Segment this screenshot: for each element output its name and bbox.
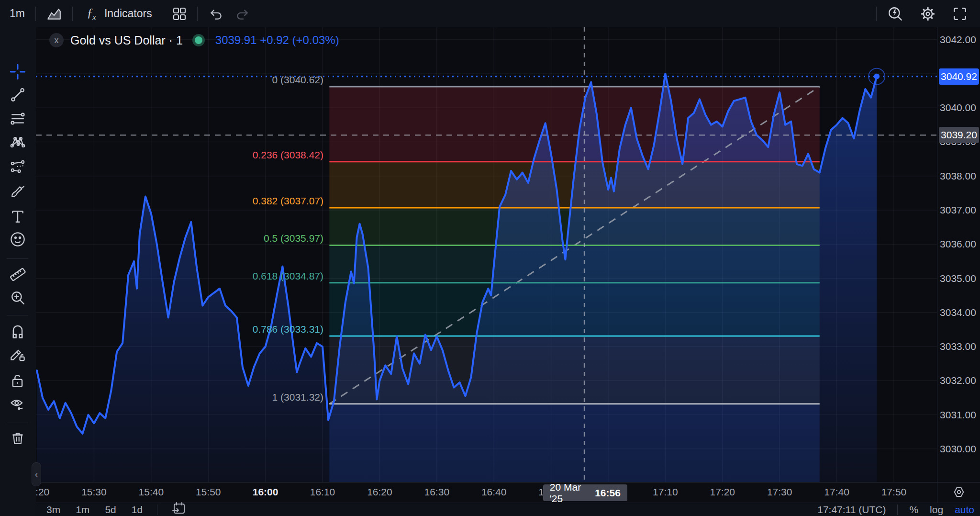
price-tick: 3038.00 bbox=[937, 170, 979, 182]
magnet-button[interactable] bbox=[0, 321, 35, 344]
chart-pane[interactable]: 0 (3040.62)0.236 (3038.42)0.382 (3037.07… bbox=[36, 27, 937, 482]
close-icon[interactable]: x bbox=[49, 33, 64, 47]
clock-label[interactable]: 17:47:11 (UTC) bbox=[817, 503, 886, 516]
divider bbox=[7, 258, 28, 259]
zoom-in-icon bbox=[10, 290, 25, 307]
time-axis[interactable]: 15:2015:3015:4015:5016:0016:1016:2016:30… bbox=[36, 482, 937, 503]
object-tree-button[interactable] bbox=[0, 514, 35, 516]
trading-chart-app: 1m ƒ x Indicators bbox=[0, 0, 980, 516]
last-point-dot bbox=[874, 74, 880, 79]
pattern-tool-button[interactable] bbox=[0, 132, 35, 155]
symbol-legend: x Gold vs US Dollar · 1 3039.91 +0.92 (+… bbox=[49, 33, 339, 47]
time-tick: 16:30 bbox=[413, 486, 461, 498]
log-scale-button[interactable]: log bbox=[930, 503, 943, 516]
lock-all-drawings-button[interactable] bbox=[0, 370, 35, 393]
market-status-icon[interactable] bbox=[192, 34, 205, 46]
divider bbox=[897, 505, 898, 515]
svg-text:x: x bbox=[92, 12, 96, 21]
time-tick: 16:00 bbox=[242, 486, 290, 498]
time-tick: 17:20 bbox=[699, 486, 746, 498]
quick-search-button[interactable] bbox=[881, 4, 909, 23]
fullscreen-button[interactable] bbox=[947, 4, 973, 23]
bottom-bar: 3m1m5d1d 17:47:11 (UTC) % log auto bbox=[36, 503, 980, 516]
price-axis[interactable]: 3042.003040.003039.003038.003037.003036.… bbox=[937, 27, 980, 482]
undo-button[interactable] bbox=[202, 4, 229, 23]
indicators-label: Indicators bbox=[104, 7, 152, 20]
chart-style-button[interactable] bbox=[41, 4, 67, 23]
xabcd-pattern-icon bbox=[10, 135, 25, 152]
ruler-icon bbox=[10, 266, 26, 284]
time-tick: 17:40 bbox=[813, 486, 861, 498]
zoom-in-tool-button[interactable] bbox=[0, 287, 35, 310]
fib-retracement-tool-button[interactable] bbox=[0, 108, 35, 131]
range-button-1m[interactable]: 1m bbox=[76, 503, 89, 516]
price-tick: 3035.00 bbox=[937, 273, 979, 284]
time-tick: 17:10 bbox=[641, 486, 689, 498]
time-tick: 15:20 bbox=[36, 486, 61, 498]
trash-icon bbox=[10, 430, 25, 448]
time-tick: 15:40 bbox=[127, 486, 175, 498]
fullscreen-icon bbox=[952, 6, 968, 22]
undo-icon bbox=[208, 6, 223, 22]
divider bbox=[72, 7, 73, 21]
divider bbox=[7, 315, 28, 315]
divider bbox=[35, 7, 36, 21]
brush-tool-button[interactable] bbox=[0, 181, 35, 204]
crosshair-time: 16:56 bbox=[595, 487, 621, 499]
time-tick: 17:30 bbox=[756, 486, 803, 498]
calendar-icon bbox=[172, 501, 186, 516]
symbol-title[interactable]: Gold vs US Dollar · 1 bbox=[70, 34, 183, 47]
projection-tool-button[interactable] bbox=[0, 156, 35, 179]
eye-icon bbox=[9, 396, 26, 415]
hexagon-settings-icon[interactable] bbox=[952, 485, 966, 501]
percent-scale-button[interactable]: % bbox=[909, 503, 918, 516]
time-tick: 16:40 bbox=[470, 486, 518, 498]
brush-icon bbox=[10, 184, 25, 201]
layout-button[interactable] bbox=[167, 4, 192, 23]
auto-scale-button[interactable]: auto bbox=[955, 503, 974, 516]
collapse-toolbar-tab[interactable]: ‹ bbox=[32, 462, 41, 486]
remove-drawings-button[interactable] bbox=[0, 427, 35, 450]
emoji-icon bbox=[10, 231, 26, 249]
range-button-5d[interactable]: 5d bbox=[105, 503, 116, 516]
redo-icon bbox=[235, 6, 250, 22]
redo-button[interactable] bbox=[229, 4, 256, 23]
go-to-date-button[interactable] bbox=[172, 501, 186, 516]
time-tick: 15:30 bbox=[70, 486, 118, 498]
gear-icon bbox=[920, 6, 936, 22]
measure-tool-button[interactable] bbox=[0, 264, 35, 287]
range-button-3m[interactable]: 3m bbox=[46, 503, 60, 516]
time-tick: 16:10 bbox=[299, 486, 346, 498]
indicators-button[interactable]: ƒ x Indicators bbox=[78, 4, 158, 23]
interval-button[interactable]: 1m bbox=[4, 4, 31, 23]
crosshair-price-badge: 3039.20 bbox=[939, 127, 979, 143]
price-tick: 3033.00 bbox=[937, 341, 979, 352]
last-price-badge: 3040.92 bbox=[939, 68, 979, 85]
flash-search-icon bbox=[887, 6, 903, 22]
range-button-1d[interactable]: 1d bbox=[132, 503, 143, 516]
hide-drawings-button[interactable] bbox=[0, 394, 35, 417]
time-tick: 17:50 bbox=[870, 486, 918, 498]
text-icon bbox=[10, 209, 25, 226]
drawing-toolbar bbox=[0, 27, 37, 516]
fx-icon: ƒ x bbox=[83, 6, 99, 22]
crosshair-tool-button[interactable] bbox=[0, 61, 35, 84]
time-tick: 16:20 bbox=[356, 486, 403, 498]
divider bbox=[7, 423, 28, 423]
settings-button[interactable] bbox=[914, 4, 942, 23]
layout-grid-icon bbox=[172, 7, 187, 21]
unlock-icon bbox=[10, 372, 26, 391]
drawing-mode-lock-button[interactable] bbox=[0, 344, 35, 367]
trend-line-tool-button[interactable] bbox=[0, 84, 35, 107]
time-tick: 15:50 bbox=[184, 486, 232, 498]
divider bbox=[876, 7, 877, 21]
crosshair-icon bbox=[10, 64, 26, 82]
crosshair-time-badge: 20 Mar '25 16:56 bbox=[543, 484, 627, 501]
magnet-icon bbox=[10, 323, 26, 341]
text-tool-button[interactable] bbox=[0, 206, 35, 229]
crosshair-date: 20 Mar '25 bbox=[550, 482, 587, 503]
emoji-tool-button[interactable] bbox=[0, 229, 35, 252]
chart-canvas[interactable] bbox=[36, 27, 937, 482]
price-tick: 3034.00 bbox=[937, 307, 979, 318]
area-chart-icon bbox=[46, 6, 62, 22]
